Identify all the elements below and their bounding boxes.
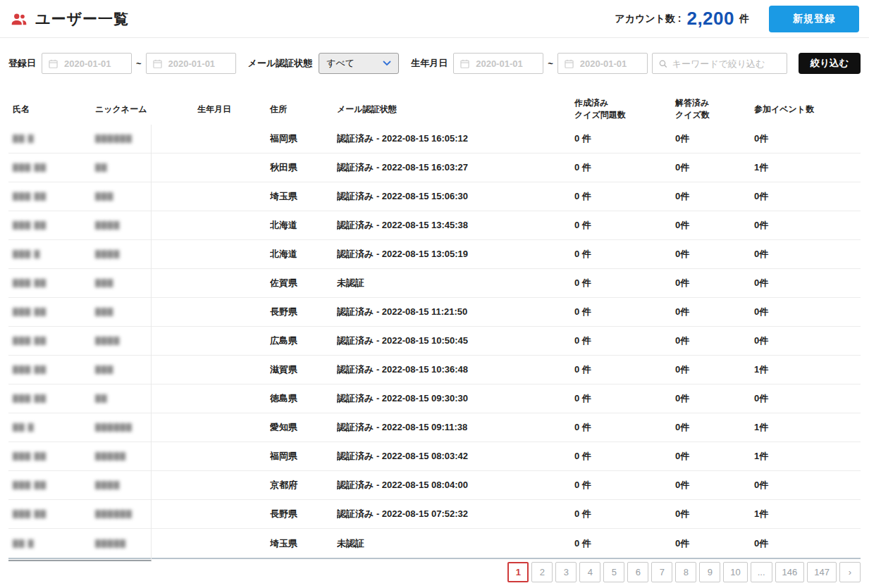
name-cell: ███ ██ [8, 337, 95, 345]
nickname-cell: █████ [95, 539, 197, 548]
table-header-col-events: 参加イベント数 [754, 104, 861, 115]
nickname-cell: ███ [95, 279, 197, 287]
email-status-cell: 認証済み - 2022-08-15 09:30:30 [337, 392, 574, 405]
table-row: ██ ██████埼玉県未認証0 件0件0件 [8, 529, 861, 558]
address-cell: 長野県 [270, 306, 337, 318]
pagination-ellipsis: ... [751, 562, 772, 582]
events-cell: 1件 [754, 363, 861, 376]
quiz-answered-cell: 0件 [675, 450, 754, 463]
birthday-to[interactable] [557, 53, 648, 74]
birthday-from[interactable] [453, 53, 543, 74]
address-cell: 長野県 [270, 508, 337, 520]
events-cell: 0件 [754, 392, 861, 405]
registered-date-from[interactable] [42, 53, 132, 74]
address-cell: 愛知県 [270, 421, 337, 434]
email-status-cell: 認証済み - 2022-08-15 16:05:12 [337, 132, 574, 145]
calendar-icon [565, 59, 574, 68]
keyword-search-input[interactable] [672, 58, 780, 69]
name-cell: ███ ██ [8, 365, 95, 374]
registered-date-to[interactable] [146, 53, 236, 74]
name-cell: ███ ██ [8, 394, 95, 403]
quiz-answered-cell: 0件 [675, 508, 754, 520]
filter-submit-button[interactable]: 絞り込む [799, 53, 861, 74]
pagination-page-8[interactable]: 8 [675, 562, 696, 582]
pagination-page-7[interactable]: 7 [651, 562, 672, 582]
table-row: ███ ███████福岡県認証済み - 2022-08-15 08:03:42… [8, 442, 861, 471]
birthday-range-separator: ~ [548, 58, 553, 69]
pagination-page-3[interactable]: 3 [555, 562, 577, 582]
address-cell: 広島県 [270, 334, 337, 347]
new-registration-button[interactable]: 新規登録 [769, 6, 859, 32]
email-status-cell: 認証済み - 2022-08-15 11:21:50 [337, 306, 574, 318]
pagination-next-button[interactable]: › [839, 562, 861, 582]
events-cell: 0件 [754, 219, 861, 232]
pagination-page-147[interactable]: 147 [807, 562, 837, 582]
email-status-cell: 認証済み - 2022-08-15 07:52:32 [337, 508, 574, 520]
quiz-answered-cell: 0件 [675, 421, 754, 434]
pagination-page-4[interactable]: 4 [579, 562, 600, 582]
pagination-page-1[interactable]: 1 [507, 562, 529, 582]
address-cell: 福岡県 [270, 132, 337, 145]
pagination-page-10[interactable]: 10 [723, 562, 747, 582]
quiz-created-cell: 0 件 [574, 508, 675, 520]
keyword-search-box[interactable] [652, 53, 787, 74]
quiz-created-cell: 0 件 [574, 306, 675, 318]
calendar-icon [49, 59, 58, 68]
address-cell: 北海道 [270, 219, 337, 232]
table-row: ███ ████徳島県認証済み - 2022-08-15 09:30:300 件… [8, 384, 861, 413]
quiz-answered-cell: 0件 [675, 334, 754, 347]
email-status-cell: 認証済み - 2022-08-15 08:03:42 [337, 450, 574, 463]
pagination-page-2[interactable]: 2 [531, 562, 553, 582]
events-cell: 0件 [754, 479, 861, 492]
registered-date-to-input[interactable] [168, 58, 229, 69]
table-row: ███ ██████北海道認証済み - 2022-08-15 13:45:380… [8, 211, 861, 240]
quiz-answered-cell: 0件 [675, 219, 754, 232]
registered-date-label: 登録日 [8, 57, 36, 70]
quiz-answered-cell: 0件 [675, 132, 754, 145]
name-cell: ███ ██ [8, 481, 95, 489]
account-count-value: 2,200 [686, 8, 734, 30]
users-icon [10, 10, 28, 28]
address-cell: 北海道 [270, 248, 337, 261]
pagination-page-146[interactable]: 146 [775, 562, 805, 582]
nickname-cell: ████ [95, 221, 197, 230]
name-cell: ███ ██ [8, 452, 95, 461]
registered-date-from-input[interactable] [64, 58, 125, 69]
table-header-row: 氏名ニックネーム生年月日住所メール認証状態作成済み クイズ問題数解答済み クイズ… [8, 94, 861, 125]
nickname-cell: █████ [95, 452, 197, 461]
email-status-cell: 認証済み - 2022-08-15 16:03:27 [337, 161, 574, 174]
nickname-cell: ██████ [95, 423, 197, 432]
quiz-answered-cell: 0件 [675, 392, 754, 405]
table-row: ███ █████長野県認証済み - 2022-08-15 11:21:500 … [8, 298, 861, 327]
pagination-page-9[interactable]: 9 [699, 562, 720, 582]
page-title: ユーザー一覧 [35, 9, 129, 29]
email-status-cell: 認証済み - 2022-08-15 10:50:45 [337, 334, 574, 347]
birthday-to-input[interactable] [580, 58, 641, 69]
table-row: ███ █████埼玉県認証済み - 2022-08-15 15:06:300 … [8, 182, 861, 211]
name-cell: ██ █ [8, 135, 95, 143]
address-cell: 佐賀県 [270, 277, 337, 289]
email-status-cell: 認証済み - 2022-08-15 15:06:30 [337, 190, 574, 203]
account-count-label: アカウント数 : [615, 13, 681, 25]
quiz-created-cell: 0 件 [574, 132, 675, 145]
name-cell: ███ ██ [8, 163, 95, 172]
nickname-cell: ███ [95, 308, 197, 316]
table-body: ██ ███████福岡県認証済み - 2022-08-15 16:05:120… [8, 125, 861, 559]
events-cell: 0件 [754, 537, 861, 550]
events-cell: 0件 [754, 334, 861, 347]
pagination-page-6[interactable]: 6 [627, 562, 648, 582]
quiz-created-cell: 0 件 [574, 392, 675, 405]
name-cell: ██ █ [8, 539, 95, 548]
quiz-answered-cell: 0件 [675, 248, 754, 261]
pagination-page-5[interactable]: 5 [603, 562, 624, 582]
email-status-select[interactable]: すべて [319, 53, 399, 74]
calendar-icon [153, 59, 162, 68]
quiz-created-cell: 0 件 [574, 537, 675, 550]
events-cell: 0件 [754, 248, 861, 261]
name-cell: ███ ██ [8, 308, 95, 316]
birthday-from-input[interactable] [476, 58, 536, 69]
quiz-created-cell: 0 件 [574, 248, 675, 261]
email-status-cell: 認証済み - 2022-08-15 09:11:38 [337, 421, 574, 434]
registered-range-separator: ~ [136, 58, 142, 69]
table-row: ███ █████北海道認証済み - 2022-08-15 13:05:190 … [8, 240, 861, 269]
